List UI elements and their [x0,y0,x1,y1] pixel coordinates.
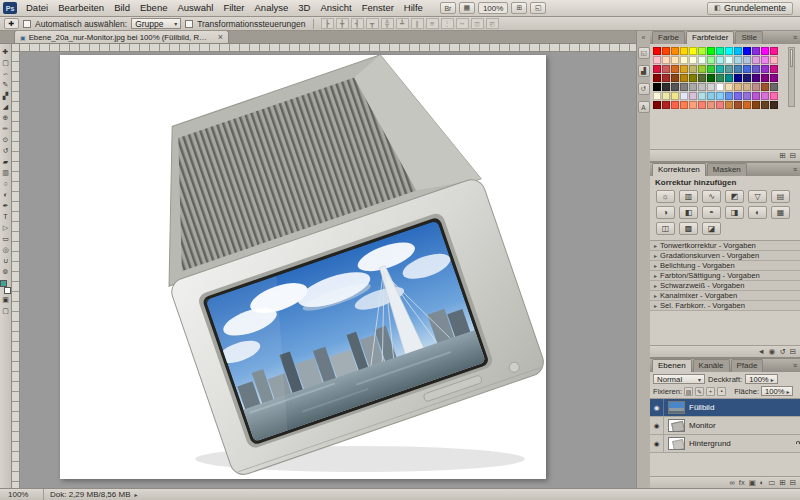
color-swatch[interactable] [689,47,697,55]
new-swatch-icon[interactable]: ⊞ [779,151,785,161]
color-swatch[interactable] [662,74,670,82]
eraser-tool[interactable]: ▰ [0,156,11,167]
quick-mask-icon[interactable]: ▣ [0,294,11,305]
color-swatch[interactable] [716,74,724,82]
menu-filter[interactable]: Filter [218,0,249,16]
color-swatch[interactable] [680,83,688,91]
color-swatch[interactable] [743,83,751,91]
layer-thumbnail[interactable] [668,419,685,432]
levels-icon[interactable]: ▥ [679,190,698,203]
lock-position-icon[interactable]: + [706,387,715,396]
menu-fenster[interactable]: Fenster [357,0,399,16]
new-layer-icon[interactable]: ⊞ [779,478,785,488]
distribute-middle-icon[interactable]: ◫ [471,18,484,29]
gradient-map-icon[interactable]: ▩ [679,222,698,235]
shape-tool[interactable]: ▭ [0,233,11,244]
color-swatch[interactable] [653,56,661,64]
color-swatch[interactable] [770,74,778,82]
preset-tonwertkorrektur-vorgaben[interactable]: ▸Tonwertkorrektur - Vorgaben [650,241,800,251]
menu-bearbeiten[interactable]: Bearbeiten [53,0,109,16]
link-layers-icon[interactable]: ∞ [729,478,734,488]
color-swatch[interactable] [689,74,697,82]
layer-thumbnail[interactable] [668,401,685,414]
healing-brush-tool[interactable]: ⊕ [0,112,11,123]
preset-farbton-s-ttigung-vorgaben[interactable]: ▸Farbton/Sättigung - Vorgaben [650,271,800,281]
pen-tool[interactable]: ✒ [0,200,11,211]
expand-arrow-icon[interactable]: ▸ [654,262,657,269]
auto-select-checkbox[interactable] [23,20,31,28]
show-transform-checkbox[interactable] [185,20,193,28]
color-swatch[interactable] [662,65,670,73]
color-swatch[interactable] [743,74,751,82]
expand-arrow-icon[interactable]: ▸ [654,252,657,259]
color-swatch[interactable] [734,74,742,82]
color-swatch[interactable] [743,92,751,100]
black-white-icon[interactable]: ◧ [679,206,698,219]
expand-arrow-icon[interactable]: ▸ [654,242,657,249]
delete-icon[interactable]: ⊟ [790,347,796,357]
color-swatch[interactable] [698,56,706,64]
toggle-visibility-icon[interactable]: ◉ [769,347,776,357]
background-color-swatch[interactable] [4,287,11,294]
invert-icon[interactable]: ◐ [748,206,767,219]
selective-color-icon[interactable]: ◪ [702,222,721,235]
status-menu-icon[interactable]: ▸ [134,491,137,498]
color-swatch[interactable] [743,65,751,73]
scrollbar-thumb[interactable] [790,49,793,67]
swatches-tab-farbe[interactable]: Farbe [652,31,685,44]
color-swatch[interactable] [725,65,733,73]
color-swatch[interactable] [662,101,670,109]
color-swatch[interactable] [761,47,769,55]
color-swatch[interactable] [752,47,760,55]
swatches-tab-farbfelder[interactable]: Farbfelder [686,31,734,44]
color-swatch[interactable] [698,101,706,109]
color-swatch[interactable] [761,74,769,82]
visibility-eye-icon[interactable]: ◉ [650,417,664,434]
color-swatch[interactable] [671,101,679,109]
color-balance-icon[interactable]: ◑ [656,206,675,219]
exposure-icon[interactable]: ◩ [725,190,744,203]
color-swatch[interactable] [707,92,715,100]
menu-ebene[interactable]: Ebene [135,0,172,16]
dodge-tool[interactable]: ◐ [0,189,11,200]
color-swatch[interactable] [725,83,733,91]
color-swatch[interactable] [707,101,715,109]
arrange-documents-icon[interactable]: ⊞ [511,2,527,14]
color-swatch[interactable] [743,56,751,64]
visibility-eye-icon[interactable]: ◉ [650,435,664,452]
color-swatch[interactable] [734,65,742,73]
align-right-icon[interactable]: ┫ [351,18,364,29]
horizontal-ruler[interactable] [20,44,636,52]
preset-kanalmixer-vorgaben[interactable]: ▸Kanalmixer - Vorgaben [650,291,800,301]
color-swatch[interactable] [689,83,697,91]
color-swatch[interactable] [698,74,706,82]
path-selection-tool[interactable]: ▷ [0,222,11,233]
color-swatch[interactable] [761,92,769,100]
color-swatch[interactable] [752,74,760,82]
color-swatch[interactable] [770,101,778,109]
opacity-field[interactable]: 100% ▸ [745,374,777,384]
photo-filter-icon[interactable]: ◓ [702,206,721,219]
color-swatch[interactable] [725,92,733,100]
color-swatch[interactable] [698,83,706,91]
color-swatch[interactable] [707,83,715,91]
color-swatch[interactable] [752,65,760,73]
menu-analyse[interactable]: Analyse [250,0,294,16]
eyedropper-tool[interactable]: ◢ [0,101,11,112]
layer-row-hintergrund[interactable]: ◉Hintergrund [650,435,800,453]
layers-panel-menu-icon[interactable]: ≡ [790,359,800,372]
color-swatch[interactable] [671,92,679,100]
color-swatch[interactable] [689,65,697,73]
color-swatch[interactable] [716,47,724,55]
history-brush-tool[interactable]: ↺ [0,145,11,156]
menu-bild[interactable]: Bild [109,0,135,16]
color-swatch[interactable] [725,101,733,109]
view-extras-icon[interactable]: ▦ [459,2,475,14]
clone-stamp-tool[interactable]: ⊙ [0,134,11,145]
adjustment-layer-icon[interactable]: ◐ [760,478,765,488]
adjustments-panel-menu-icon[interactable]: ≡ [790,163,800,176]
color-swatch[interactable] [698,65,706,73]
color-swatch[interactable] [716,92,724,100]
vertical-ruler[interactable] [12,52,20,488]
hand-tool[interactable]: ∪ [0,255,11,266]
